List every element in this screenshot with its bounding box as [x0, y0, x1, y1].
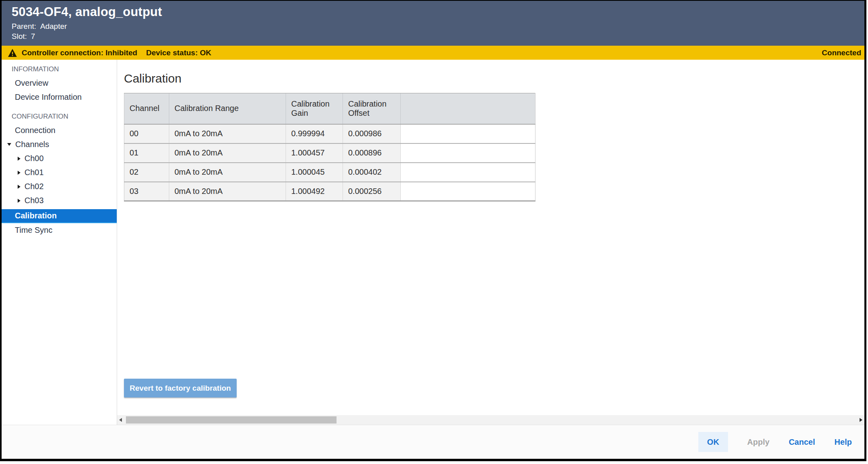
main-content: Calibration ChannelCalibration RangeCali… [117, 60, 864, 425]
sidebar-item-label: Overview [15, 79, 48, 88]
column-header-calibration-gain: Calibration Gain [286, 93, 343, 124]
parent-value: Adapter [40, 22, 67, 30]
column-header-empty [401, 93, 535, 124]
table-cell: 0.000986 [343, 124, 401, 143]
table-row-channel-01: 010mA to 20mA1.0004570.000896 [124, 143, 535, 163]
slot-label: Slot: [12, 32, 27, 40]
table-row-channel-02: 020mA to 20mA1.0000450.000402 [124, 163, 535, 182]
calibration-table: ChannelCalibration RangeCalibration Gain… [124, 93, 535, 202]
sidebar-item-label: Calibration [15, 211, 57, 220]
sidebar-item-ch03[interactable]: Ch03 [2, 194, 117, 208]
parent-info: Parent:Adapter [12, 22, 864, 31]
table-cell: 03 [124, 182, 169, 201]
ok-button[interactable]: OK [698, 432, 728, 452]
alert-bar: Controller connection: Inhibited Device … [2, 46, 864, 60]
navigation-sidebar: INFORMATIONOverviewDevice InformationCON… [2, 60, 117, 425]
table-cell: 0.000402 [343, 163, 401, 182]
sidebar-item-label: Connection [15, 126, 55, 135]
scroll-right-arrow-icon[interactable] [860, 418, 862, 422]
table-cell: 0mA to 20mA [169, 163, 286, 182]
sidebar-item-calibration[interactable]: Calibration [2, 209, 117, 223]
table-cell: 0mA to 20mA [169, 182, 286, 201]
sidebar-item-device-information[interactable]: Device Information [2, 90, 117, 104]
table-cell: 01 [124, 143, 169, 163]
horizontal-scrollbar[interactable] [117, 415, 864, 425]
sidebar-item-label: Time Sync [15, 226, 53, 235]
sidebar-section-configuration: CONFIGURATION [2, 109, 117, 123]
table-cell: 0.000896 [343, 143, 401, 163]
table-cell [401, 124, 535, 143]
column-header-calibration-offset: Calibration Offset [343, 93, 401, 124]
connected-status: Connected [822, 48, 861, 57]
revert-to-factory-calibration-button[interactable]: Revert to factory calibration [124, 379, 237, 397]
table-cell: 0.000256 [343, 182, 401, 201]
sidebar-item-channels[interactable]: Channels [2, 137, 117, 151]
sidebar-item-connection[interactable]: Connection [2, 123, 117, 137]
sidebar-item-label: Channels [15, 140, 49, 149]
sidebar-item-overview[interactable]: Overview [2, 76, 117, 90]
sidebar-section-information: INFORMATION [2, 62, 117, 76]
sidebar-item-label: Ch00 [24, 154, 44, 163]
expand-arrow-icon[interactable] [18, 171, 20, 175]
table-cell: 0mA to 20mA [169, 124, 286, 143]
expand-arrow-icon[interactable] [18, 185, 20, 189]
table-row-channel-03: 030mA to 20mA1.0004920.000256 [124, 182, 535, 201]
apply-button[interactable]: Apply [747, 438, 770, 447]
device-title: 5034-OF4, analog_output [12, 5, 864, 19]
help-button[interactable]: Help [834, 438, 852, 447]
device-status: Device status: OK [146, 48, 211, 57]
table-cell: 1.000492 [286, 182, 343, 201]
slot-info: Slot:7 [12, 32, 864, 41]
sidebar-item-label: Ch03 [24, 196, 44, 205]
table-cell: 1.000045 [286, 163, 343, 182]
controller-connection-status: Controller connection: Inhibited [22, 48, 137, 57]
sidebar-item-ch00[interactable]: Ch00 [2, 151, 117, 165]
table-cell [401, 182, 535, 201]
expand-arrow-icon[interactable] [18, 157, 20, 161]
collapse-arrow-icon[interactable] [7, 143, 11, 146]
table-cell: 02 [124, 163, 169, 182]
table-row-channel-00: 000mA to 20mA0.9999940.000986 [124, 124, 535, 143]
warning-triangle-icon [8, 49, 17, 57]
sidebar-item-label: Ch02 [24, 182, 44, 191]
table-cell: 0mA to 20mA [169, 143, 286, 163]
cancel-button[interactable]: Cancel [789, 438, 815, 447]
sidebar-item-label: Device Information [15, 93, 82, 102]
sidebar-item-label: Ch01 [24, 168, 44, 177]
sidebar-item-ch01[interactable]: Ch01 [2, 165, 117, 180]
window-header: 5034-OF4, analog_output Parent:Adapter S… [2, 1, 864, 46]
table-cell: 1.000457 [286, 143, 343, 163]
table-cell: 00 [124, 124, 169, 143]
sidebar-item-time-sync[interactable]: Time Sync [2, 223, 117, 237]
parent-label: Parent: [12, 22, 36, 30]
table-cell [401, 163, 535, 182]
slot-value: 7 [31, 32, 35, 40]
dialog-footer: OKApplyCancelHelp [2, 425, 864, 459]
page-title: Calibration [124, 71, 864, 87]
expand-arrow-icon[interactable] [18, 199, 20, 203]
table-cell [401, 143, 535, 163]
scroll-left-arrow-icon[interactable] [119, 418, 122, 422]
device-profile-window: 5034-OF4, analog_output Parent:Adapter S… [0, 0, 866, 461]
column-header-calibration-range: Calibration Range [169, 93, 286, 124]
scrollbar-thumb[interactable] [126, 416, 337, 424]
table-cell: 0.999994 [286, 124, 343, 143]
column-header-channel: Channel [124, 93, 169, 124]
sidebar-item-ch02[interactable]: Ch02 [2, 180, 117, 194]
